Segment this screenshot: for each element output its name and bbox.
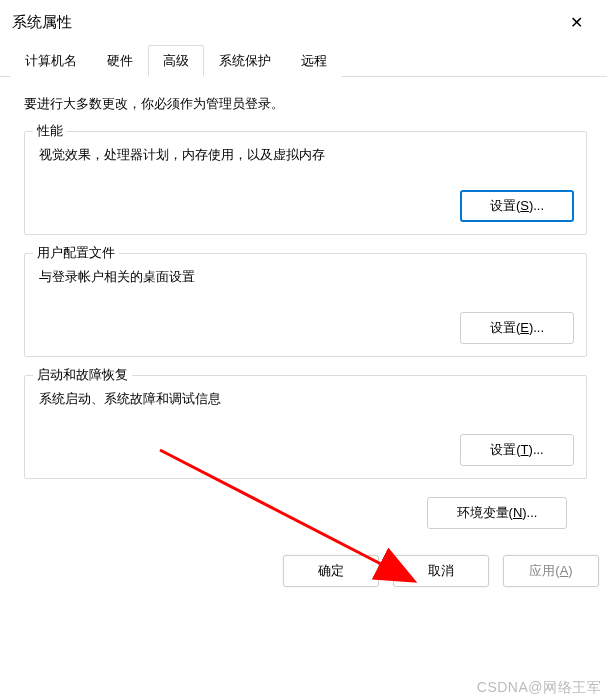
performance-desc: 视觉效果，处理器计划，内存使用，以及虚拟内存 [39,146,574,164]
close-icon[interactable]: ✕ [562,9,591,36]
apply-button[interactable]: 应用(A) [503,555,599,587]
dialog-buttons: 确定 取消 应用(A) [0,555,607,587]
tab-advanced[interactable]: 高级 [148,45,204,77]
startup-group: 启动和故障恢复 系统启动、系统故障和调试信息 设置(T)... [24,375,587,479]
advanced-panel: 要进行大多数更改，你必须作为管理员登录。 性能 视觉效果，处理器计划，内存使用，… [0,77,607,555]
performance-group: 性能 视觉效果，处理器计划，内存使用，以及虚拟内存 设置(S)... [24,131,587,235]
titlebar: 系统属性 ✕ [0,0,607,44]
startup-settings-button[interactable]: 设置(T)... [460,434,574,466]
performance-title: 性能 [33,122,67,140]
startup-title: 启动和故障恢复 [33,366,132,384]
user-profiles-title: 用户配置文件 [33,244,119,262]
user-profiles-group: 用户配置文件 与登录帐户相关的桌面设置 设置(E)... [24,253,587,357]
startup-desc: 系统启动、系统故障和调试信息 [39,390,574,408]
intro-text: 要进行大多数更改，你必须作为管理员登录。 [24,95,587,113]
tab-hardware[interactable]: 硬件 [92,45,148,77]
tabs: 计算机名 硬件 高级 系统保护 远程 [0,44,607,77]
performance-settings-button[interactable]: 设置(S)... [460,190,574,222]
tab-computer-name[interactable]: 计算机名 [10,45,92,77]
window-title: 系统属性 [12,13,72,32]
tab-system-protection[interactable]: 系统保护 [204,45,286,77]
user-profiles-settings-button[interactable]: 设置(E)... [460,312,574,344]
environment-variables-button[interactable]: 环境变量(N)... [427,497,567,529]
ok-button[interactable]: 确定 [283,555,379,587]
user-profiles-desc: 与登录帐户相关的桌面设置 [39,268,574,286]
watermark: CSDNA@网络王军 [477,679,601,697]
cancel-button[interactable]: 取消 [393,555,489,587]
tab-remote[interactable]: 远程 [286,45,342,77]
